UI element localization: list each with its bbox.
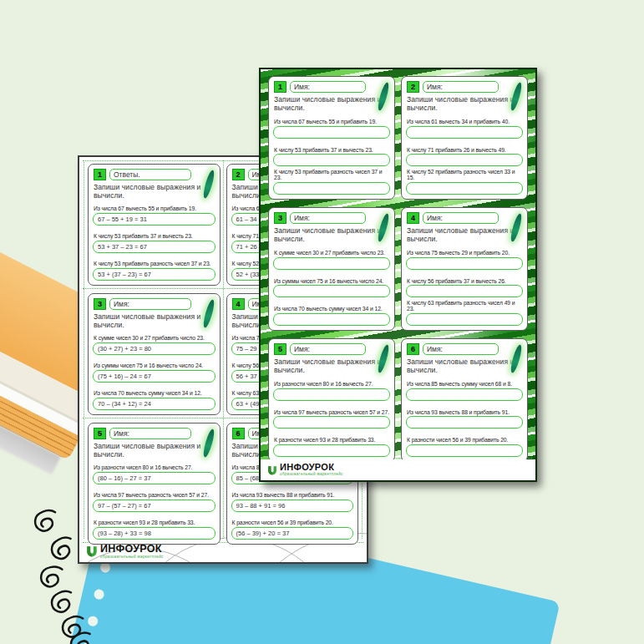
problem-text: К числу 71 прибавить 26 и вычесть 49. [407, 147, 522, 154]
answer-field[interactable] [406, 182, 523, 195]
problem-block: Из числа 97 вычесть разность чисел 57 и … [93, 486, 216, 514]
answer-field[interactable] [406, 416, 523, 428]
problem-block: Из числа 70 вычесть сумму чисел 34 и 12.… [93, 384, 216, 412]
name-field[interactable]: Имя: [423, 212, 499, 224]
problem-text: Из числа 97 вычесть разность чисел 57 и … [274, 409, 389, 416]
tasks-page-footer: ИНФОУРОК образовательный маркетплейс [261, 459, 535, 480]
card-intro: Запиши числовые выражения и вычисли. [274, 95, 389, 112]
infourok-logo: ИНФОУРОК образовательный маркетплейс [86, 544, 164, 559]
problem-block: Из числа 67 вычесть 55 и прибавить 19. 6… [93, 200, 216, 227]
problem-text: К числу 53 прибавить разность чисел 37 и… [94, 261, 215, 267]
answer-field[interactable] [406, 257, 523, 270]
problem-text: К разности чисел 56 и 39 прибавить 20. [232, 520, 353, 526]
worksheet-card: 3 Имя: Запиши числовые выражения и вычис… [268, 207, 395, 331]
worksheet-card: 3 Имя: Запиши числовые выражения и вычис… [88, 293, 221, 415]
problem-block: К числу 53 прибавить 37 и вычесть 23. 53… [93, 227, 216, 255]
problem-text: Из числа 67 вычесть 55 и прибавить 19. [94, 205, 215, 212]
problem-text: Из числа 70 вычесть сумму чисел 34 и 12. [94, 390, 215, 397]
logo-title: ИНФОУРОК [100, 544, 164, 555]
problem-text: Из числа 97 вычесть разность чисел 57 и … [94, 492, 215, 499]
problem-block: Из числа 67 вычесть 55 и прибавить 19. [273, 112, 390, 140]
answer-field[interactable]: 93 – 88 + 91 = 96 [231, 499, 354, 512]
problem-block: К разности чисел 93 и 28 прибавить 33. (… [93, 514, 216, 541]
answer-field[interactable]: (80 – 16) – 27 = 37 [93, 472, 216, 484]
worksheet-card: 4 Имя: Запиши числовые выражения и вычис… [401, 207, 528, 331]
problem-block: К разности чисел 56 и 39 прибавить 20. (… [231, 514, 354, 541]
name-field[interactable]: Имя: [290, 343, 366, 355]
answer-field[interactable] [273, 182, 390, 195]
card-header: 4 Имя: [407, 212, 522, 224]
card-number-badge: 5 [94, 428, 106, 439]
answer-field[interactable]: (93 – 28) + 33 = 98 [93, 527, 216, 540]
card-intro: Запиши числовые выражения и вычисли. [94, 183, 215, 200]
problem-block: Из разности чисел 80 и 16 вычесть 27. (8… [93, 459, 216, 486]
answer-field[interactable]: 53 + (37 – 23) = 67 [93, 268, 216, 281]
answer-field[interactable]: 97 – (57 – 27) = 67 [93, 499, 216, 512]
answer-field[interactable]: (75 + 16) – 24 = 67 [93, 370, 216, 383]
problem-text: Из разности чисел 80 и 16 вычесть 27. [94, 464, 215, 471]
name-field[interactable]: Имя: [423, 81, 499, 93]
problem-block: К числу 52 прибавить разность чисел 33 и… [406, 168, 523, 196]
answer-field[interactable] [406, 388, 523, 401]
problem-text: К разности чисел 93 и 28 прибавить 33. [94, 520, 215, 526]
name-field[interactable]: Имя: [290, 81, 366, 93]
problem-block: Из числа 75 вычесть 29 и прибавить 20. [406, 243, 523, 271]
answer-field[interactable] [273, 257, 390, 270]
problem-block: К числу 56 прибавить 37 и вычесть 26. [406, 271, 523, 300]
answer-field[interactable] [273, 313, 390, 326]
problem-block: К числу 63 прибавить разность чисел 49 и… [406, 299, 523, 327]
answer-field[interactable]: 67 – 55 + 19 = 31 [93, 213, 216, 226]
card-number-badge: 2 [407, 81, 419, 93]
worksheet-card: 2 Имя: Запиши числовые выражения и вычис… [401, 76, 528, 200]
problem-text: К числу 52 прибавить разность чисел 33 и… [407, 169, 522, 181]
problem-text: Из числа 85 вычесть сумму чисел 68 и 8. [407, 381, 522, 388]
card-intro: Запиши числовые выражения и вычисли. [407, 226, 522, 243]
card-intro: Запиши числовые выражения и вычисли. [274, 357, 389, 374]
answer-field[interactable]: (30 + 27) + 23 = 80 [93, 342, 216, 355]
worksheet-card: 5 Имя: Запиши числовые выражения и вычис… [268, 338, 395, 462]
answer-field[interactable] [406, 313, 523, 326]
name-field[interactable]: Имя: [423, 343, 499, 355]
problem-text: Из числа 67 вычесть 55 и прибавить 19. [274, 119, 389, 125]
problem-block: К разности чисел 93 и 28 прибавить 33. [273, 430, 390, 459]
tasks-cards-grid: 1 Имя: Запиши числовые выражения и вычис… [261, 69, 535, 462]
card-number-badge: 5 [274, 343, 287, 355]
infourok-logo-icon [86, 545, 98, 557]
logo-slogan: образовательный маркетплейс [280, 473, 343, 477]
name-field[interactable]: Имя: [109, 428, 191, 439]
answer-field[interactable] [273, 416, 390, 428]
card-header: 2 Имя: [407, 81, 522, 93]
problem-block: Из числа 97 вычесть разность чисел 57 и … [273, 403, 390, 431]
card-header: 6 Имя: [407, 343, 522, 355]
card-intro: Запиши числовые выражения и вычисли. [94, 312, 215, 329]
problem-text: К числу 63 прибавить разность чисел 49 и… [407, 300, 522, 312]
answer-field[interactable] [406, 285, 523, 297]
answer-field[interactable] [273, 126, 390, 139]
answer-field[interactable] [273, 444, 390, 457]
answer-field[interactable] [273, 285, 390, 297]
problem-block: Из числа 70 вычесть сумму чисел 34 и 12. [273, 299, 390, 327]
card-header: 1 Имя: [274, 81, 389, 93]
problem-text: Из разности чисел 80 и 16 вычесть 27. [274, 381, 389, 388]
answer-field[interactable]: 53 + 37 – 23 = 67 [93, 241, 216, 253]
card-number-badge: 4 [407, 212, 419, 224]
problem-block: Из числа 93 вычесть 88 и прибавить 91. [406, 403, 523, 431]
card-header: 5 Имя: [274, 343, 389, 355]
name-field[interactable]: Имя: [290, 212, 366, 224]
answer-field[interactable]: (56 – 39) + 20 = 37 [231, 527, 354, 540]
card-header: 3 Имя: [94, 298, 215, 310]
answer-field[interactable] [273, 154, 390, 166]
answer-field[interactable] [406, 154, 523, 166]
problem-block: К числу 53 прибавить разность чисел 37 и… [273, 168, 390, 196]
card-number-badge: 1 [94, 169, 106, 180]
answer-field[interactable]: 70 – (34 + 12) = 24 [93, 398, 216, 410]
answer-field[interactable] [273, 388, 390, 401]
answer-field[interactable] [406, 444, 523, 457]
card-number-badge: 2 [232, 169, 245, 180]
problem-text: К разности чисел 56 и 39 прибавить 20. [407, 437, 522, 444]
name-field[interactable]: Имя: [109, 298, 191, 310]
answer-field[interactable] [406, 126, 523, 139]
problem-text: Из суммы чисел 75 и 16 вычесть число 24. [274, 278, 389, 285]
name-field[interactable]: Ответы. [109, 169, 191, 180]
infourok-logo: ИНФОУРОК образовательный маркетплейс [267, 463, 343, 477]
